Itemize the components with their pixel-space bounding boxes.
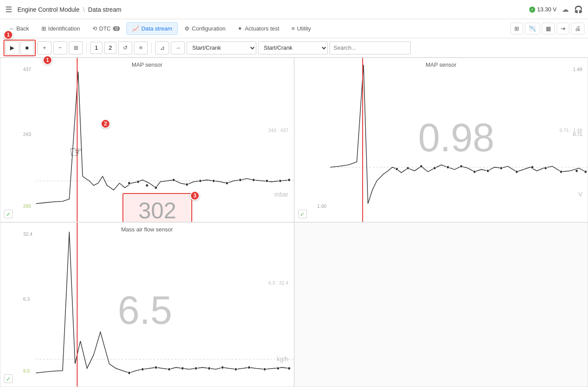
chart-checkbox-bottom-left[interactable] <box>4 374 13 383</box>
status-dot <box>529 7 535 13</box>
chart-view-button[interactable]: 📉 <box>525 23 540 34</box>
chart-maf-bottom-left: Mass air flow sensor 32.4 6.3 9.5 <box>0 222 294 387</box>
chart-checkbox-top-right[interactable] <box>298 210 307 218</box>
forward-button[interactable]: → <box>171 41 185 54</box>
trigger-dropdown-2[interactable]: Start/Crank <box>258 41 328 54</box>
hamburger-icon[interactable]: ☰ <box>5 5 12 14</box>
chart-title-top-right: MAP sensor <box>425 61 456 68</box>
annotation-2: 2 <box>101 119 110 129</box>
grid-view-button[interactable]: ⊞ <box>510 23 523 34</box>
svg-point-35 <box>168 368 170 370</box>
title-bar: ☰ Engine Control Module \ Data stream 13… <box>0 0 588 19</box>
svg-point-43 <box>277 367 279 370</box>
svg-point-44 <box>288 367 290 370</box>
tab-configuration[interactable]: ⚙ Configuration <box>179 22 231 35</box>
id-icon: ⊞ <box>41 25 46 32</box>
refresh-button[interactable]: ↺ <box>118 41 132 54</box>
connection-status: 13.30 V <box>529 6 557 13</box>
svg-point-7 <box>199 180 201 182</box>
play-button[interactable]: ▶ <box>5 41 19 54</box>
export-button[interactable]: ⇥ <box>557 23 569 34</box>
tab-identification[interactable]: ⊞ Identification <box>36 22 86 35</box>
y-axis-top-left: 437 <box>23 67 31 72</box>
tab-data-stream[interactable]: 📈 Data stream <box>126 22 178 35</box>
nav-bar: ← Back ⊞ Identification ⟲ DTC 0 📈 Data s… <box>0 19 588 38</box>
tab-actuators[interactable]: ✦ Actuators test <box>232 22 285 35</box>
chart-empty-bottom-right <box>294 222 588 387</box>
svg-point-23 <box>486 170 489 172</box>
svg-point-16 <box>395 168 398 170</box>
toolbar: 1 ▶ ■ + − ⊞ 1 2 ↺ ≡ ⊿ → Start/Crank Star… <box>0 38 588 58</box>
expand-button[interactable]: ⊞ <box>69 41 83 54</box>
chart-svg-bottom-left <box>0 223 294 387</box>
toolbar-divider-2 <box>151 43 152 53</box>
y-axis-bot-left: 295 <box>23 204 31 209</box>
svg-point-36 <box>181 367 184 370</box>
svg-point-20 <box>446 166 449 169</box>
y-axis-bot-right: 1.00 <box>317 204 326 209</box>
search-input[interactable] <box>330 41 411 54</box>
svg-point-39 <box>221 366 224 369</box>
print-button[interactable]: 🖨 <box>571 23 585 34</box>
svg-point-37 <box>194 367 197 370</box>
chart-value-map: 302 <box>139 197 177 222</box>
page-2-button[interactable]: 2 <box>104 42 116 54</box>
svg-point-1 <box>128 182 130 184</box>
svg-point-26 <box>531 166 534 169</box>
svg-point-42 <box>263 368 266 370</box>
svg-point-41 <box>248 366 251 369</box>
svg-point-18 <box>420 165 422 167</box>
annotation-3: 3 <box>190 191 200 200</box>
y-axis-top-right-top: 1.49 <box>573 67 582 72</box>
svg-point-19 <box>433 167 435 170</box>
title-bar-right: 13.30 V ☁ 🎧 <box>529 5 583 14</box>
filter-button[interactable]: ⊿ <box>155 41 169 54</box>
svg-point-12 <box>265 180 268 182</box>
svg-point-28 <box>560 170 562 173</box>
svg-point-17 <box>406 167 409 170</box>
table-view-button[interactable]: ▦ <box>542 23 555 34</box>
utility-icon: ≡ <box>292 25 295 32</box>
svg-point-33 <box>141 368 144 370</box>
svg-point-34 <box>155 366 157 369</box>
svg-point-11 <box>252 179 255 181</box>
svg-point-38 <box>208 367 211 370</box>
tab-utility[interactable]: ≡ Utility <box>286 22 316 35</box>
remove-channel-button[interactable]: − <box>53 41 67 54</box>
tab-dtc[interactable]: ⟲ DTC 0 <box>87 22 126 35</box>
page-title: Engine Control Module \ Data stream <box>17 6 121 13</box>
add-channel-button[interactable]: + <box>37 41 51 54</box>
dtc-badge: 0 <box>113 26 120 31</box>
y-axis-top-bot-left: 32.4 <box>23 231 32 237</box>
trigger-dropdown[interactable]: Start/Crank <box>187 41 256 54</box>
svg-point-5 <box>172 179 175 181</box>
chart-map-top-right: MAP sensor 1.49 0.71 1.00 <box>294 58 588 222</box>
svg-point-30 <box>584 170 587 173</box>
value-box-map: 302 <box>122 193 192 222</box>
chart-title-bottom-left: Mass air flow sensor <box>121 226 173 233</box>
menu-button[interactable]: ≡ <box>134 41 148 54</box>
config-icon: ⚙ <box>184 25 190 32</box>
y-axis-mid-left: 243 <box>23 132 31 137</box>
svg-point-21 <box>460 165 462 167</box>
red-cursor-line-left <box>77 58 78 222</box>
cloud-icon[interactable]: ☁ <box>562 5 569 14</box>
headphone-icon[interactable]: 🎧 <box>574 5 583 14</box>
svg-point-25 <box>515 170 518 173</box>
stop-button[interactable]: ■ <box>20 41 34 54</box>
svg-point-40 <box>235 368 237 370</box>
svg-point-10 <box>239 179 241 181</box>
main-content: MAP sensor 437 243 295 <box>0 58 588 387</box>
y-axis-bot-bot-left: 9.5 <box>23 368 30 373</box>
page-1-button[interactable]: 1 <box>90 42 102 54</box>
dtc-icon: ⟲ <box>92 25 97 32</box>
voltage-display: 13.30 V <box>537 6 557 13</box>
svg-point-8 <box>212 180 215 182</box>
svg-point-27 <box>544 167 547 170</box>
svg-point-13 <box>279 180 282 182</box>
svg-point-3 <box>146 184 148 187</box>
chart-checkbox-top-left[interactable] <box>4 210 13 218</box>
red-cursor-line-right <box>362 58 363 222</box>
svg-point-32 <box>128 372 130 374</box>
svg-point-29 <box>575 170 578 172</box>
